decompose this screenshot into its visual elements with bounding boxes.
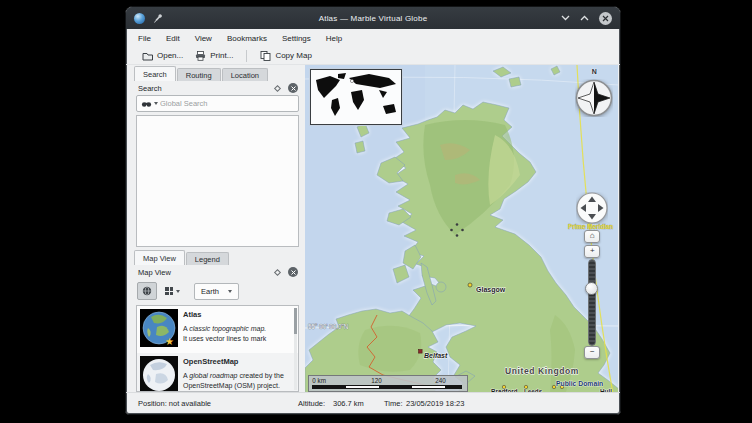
map-view-controls: Earth	[132, 279, 303, 303]
marble-app-icon	[134, 13, 145, 24]
search-panel-header: Search	[132, 81, 303, 95]
compass-rose-icon[interactable]	[575, 79, 613, 117]
country-label: United Kingdom	[505, 366, 579, 376]
theme-description: A classic topographic map.	[183, 324, 266, 334]
home-icon: ⌂	[590, 231, 595, 240]
atlas-thumbnail: ★	[140, 309, 178, 347]
folder-icon	[142, 51, 153, 61]
globe-icon	[142, 286, 152, 296]
maximize-button chevron-up-icon[interactable]	[580, 15, 589, 21]
menu-edit[interactable]: Edit	[166, 34, 180, 43]
scale-ruler	[312, 385, 462, 389]
main-toolbar: Open... Print... Copy Map	[126, 47, 620, 65]
belfast-city-dot	[419, 350, 423, 354]
close-panel-button[interactable]	[288, 267, 298, 277]
copy-map-button[interactable]: Copy Map	[254, 50, 317, 62]
grid-icon	[165, 287, 173, 295]
float-panel-icon[interactable]	[274, 268, 281, 275]
search-results-list[interactable]	[136, 115, 299, 247]
list-item-atlas[interactable]: ★ Atlas A classic topographic map. It us…	[137, 306, 298, 353]
select-caret-icon	[228, 290, 232, 293]
search-panel-title: Search	[138, 84, 162, 93]
close-panel-button[interactable]	[288, 83, 298, 93]
theme-description: A global roadmap created by the	[183, 371, 284, 381]
search-input[interactable]	[160, 99, 294, 108]
close-button[interactable]	[599, 12, 612, 25]
home-button[interactable]: ⌂	[584, 230, 600, 243]
scale-mid-label: 120	[371, 377, 382, 384]
menu-settings[interactable]: Settings	[282, 34, 311, 43]
scale-start-label: 0 km	[312, 377, 326, 384]
favorite-star-icon: ★	[165, 336, 174, 347]
menu-bar: File Edit View Bookmarks Settings Help	[126, 29, 620, 47]
status-bar: Position: not available Altitude: 306.7 …	[126, 392, 620, 414]
toolbar-separator	[246, 50, 247, 62]
pin-icon[interactable]	[152, 13, 163, 24]
compass-widget[interactable]: N	[575, 68, 613, 119]
theme-list-scrollbar[interactable]	[294, 308, 297, 390]
close-icon	[602, 15, 609, 22]
map-viewport[interactable]: 55° 00' 00.0"N Glasgow Belfast United Ki…	[305, 65, 618, 392]
tab-routing[interactable]: Routing	[177, 68, 221, 81]
celestial-body-select[interactable]: Earth	[194, 283, 239, 300]
theme-description-line2: It uses vector lines to mark	[183, 334, 266, 344]
compass-north-label: N	[592, 68, 597, 79]
glasgow-label: Glasgow	[476, 286, 506, 294]
prime-meridian-label: Prime Meridian	[568, 223, 613, 230]
menu-view[interactable]: View	[195, 34, 212, 43]
tab-location[interactable]: Location	[222, 68, 268, 81]
tab-map-view[interactable]: Map View	[134, 250, 185, 265]
float-panel-icon[interactable]	[274, 84, 281, 91]
tab-search[interactable]: Search	[134, 66, 176, 81]
osm-thumbnail	[140, 356, 178, 392]
glasgow-city-dot	[468, 283, 472, 287]
menu-file[interactable]: File	[138, 34, 151, 43]
search-options-caret-icon[interactable]	[154, 102, 158, 105]
menu-bookmarks[interactable]: Bookmarks	[227, 34, 267, 43]
marble-window: Atlas — Marble Virtual Globe File Edit V…	[125, 6, 621, 415]
view-mode-caret-icon[interactable]	[176, 290, 180, 293]
status-time-label: Time:	[384, 399, 402, 408]
scale-end-label: 240	[435, 377, 446, 384]
close-icon	[291, 270, 296, 275]
status-time-value: 23/05/2019 18:23	[406, 399, 464, 408]
pan-navigation-pad[interactable]	[576, 192, 608, 224]
status-position: Position: not available	[138, 399, 211, 408]
current-view-marker	[351, 79, 354, 82]
close-icon	[291, 86, 296, 91]
open-button[interactable]: Open...	[136, 50, 189, 62]
printer-icon	[195, 51, 206, 61]
map-scale-bar: 0 km 120 240	[308, 375, 468, 392]
zoom-in-button[interactable]: +	[584, 245, 600, 258]
left-dock: Search Routing Location Search Map View	[132, 65, 303, 392]
map-theme-list: ★ Atlas A classic topographic map. It us…	[136, 305, 299, 392]
dock-top-tabs: Search Routing Location	[132, 65, 303, 81]
minus-icon: −	[590, 347, 595, 356]
print-button[interactable]: Print...	[189, 50, 239, 62]
scrollbar-thumb[interactable]	[294, 308, 297, 334]
copy-icon	[260, 51, 271, 61]
window-title: Atlas — Marble Virtual Globe	[244, 14, 502, 23]
globe-projection-button[interactable]	[137, 282, 157, 300]
zoom-out-button[interactable]: −	[584, 346, 600, 359]
latitude-label: 55° 00' 00.0"N	[308, 323, 349, 330]
tab-legend[interactable]: Legend	[186, 252, 229, 265]
theme-description-line2: OpenStreetMap (OSM) project.	[183, 381, 284, 391]
theme-name: OpenStreetMap	[183, 357, 284, 368]
overview-world-map[interactable]	[310, 69, 402, 125]
belfast-label: Belfast	[424, 352, 448, 359]
menu-help[interactable]: Help	[326, 34, 342, 43]
status-altitude-value: 306.7 km	[333, 399, 364, 408]
theme-name: Atlas	[183, 310, 266, 321]
list-item-openstreetmap[interactable]: OpenStreetMap A global roadmap created b…	[137, 353, 298, 392]
minimize-button chevron-down-icon[interactable]	[561, 15, 570, 21]
search-input-row	[136, 95, 299, 112]
global-search-field[interactable]	[136, 95, 299, 112]
title-bar[interactable]: Atlas — Marble Virtual Globe	[126, 7, 620, 29]
main-content: Search Routing Location Search Map View	[126, 65, 620, 392]
attribution-label[interactable]: Public Domain	[556, 380, 603, 387]
zoom-slider-track[interactable]	[588, 259, 596, 346]
plus-icon: +	[590, 246, 595, 255]
grid-view-button[interactable]	[161, 282, 184, 300]
map-view-panel-header: Map View	[132, 265, 303, 279]
